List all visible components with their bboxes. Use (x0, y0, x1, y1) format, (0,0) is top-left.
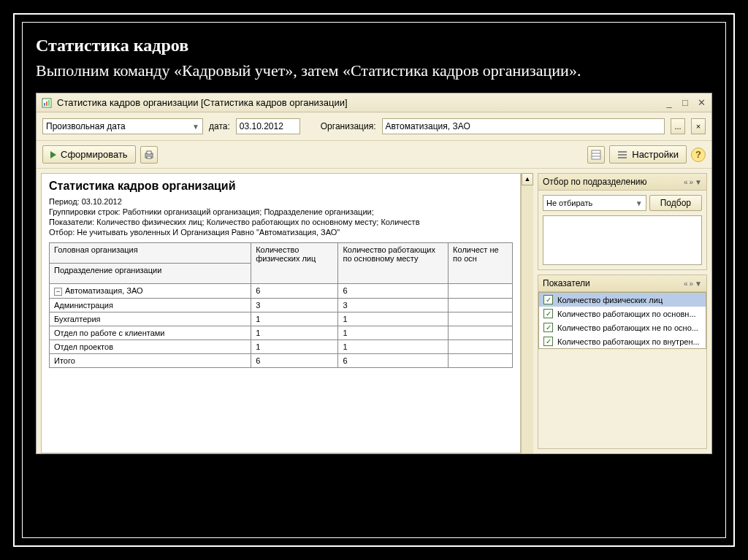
panel-prev-icon[interactable]: « (684, 280, 688, 288)
settings-button[interactable]: Настройки (609, 145, 687, 164)
close-button[interactable]: ✕ (695, 97, 707, 109)
panel-prev-icon[interactable]: « (684, 178, 688, 186)
report-pane: Статистика кадров организаций Период: 03… (41, 173, 521, 453)
table-row[interactable]: Отдел по работе с клиентами 1 1 (50, 326, 513, 340)
settings-icon (617, 150, 627, 160)
svg-rect-12 (618, 157, 627, 158)
report-grouping: Группировки строк: Работники организаций… (49, 207, 513, 216)
app-icon (41, 97, 53, 109)
table-total-row: Итого 6 6 (50, 354, 513, 368)
col-header-count2: Количество работающих по основному месту (338, 243, 449, 284)
table-row[interactable]: −Автоматизация, ЗАО 6 6 (50, 284, 513, 299)
report-indicators: Показатели: Количество физических лиц; К… (49, 218, 513, 226)
title-bar: Статистика кадров организации [Статистик… (37, 93, 711, 112)
org-clear-button[interactable]: × (691, 118, 706, 134)
report-period: Период: 03.10.2012 (49, 197, 513, 206)
period-mode-select[interactable]: Произвольная дата▼ (42, 118, 203, 134)
toolbar: Сформировать Настройки ? (37, 141, 711, 169)
chevron-down-icon: ▼ (192, 123, 199, 131)
report-filter: Отбор: Не учитывать уволенных И Организа… (49, 228, 513, 237)
checkbox-icon[interactable]: ✓ (543, 337, 553, 346)
parameters-bar: Произвольная дата▼ дата: 03.10.2012 Орга… (37, 112, 711, 141)
checkbox-icon[interactable]: ✓ (543, 295, 553, 304)
panel-collapse-icon[interactable]: ▼ (695, 178, 702, 186)
org-label: Организация: (321, 121, 376, 131)
svg-rect-1 (44, 103, 45, 106)
indicator-item[interactable]: ✓ Количество физических лиц (539, 293, 706, 307)
svg-rect-11 (618, 154, 627, 156)
scroll-up-icon[interactable]: ▲ (522, 173, 533, 185)
date-input[interactable]: 03.10.2012 (236, 118, 300, 134)
slide-title: Статистика кадров (36, 36, 712, 55)
filter-panel-header: Отбор по подразделению « » ▼ (538, 174, 706, 191)
indicator-item[interactable]: ✓ Количество работающих по внутрен... (539, 334, 706, 348)
checkbox-icon[interactable]: ✓ (543, 323, 553, 332)
window-title: Статистика кадров организации [Статистик… (57, 97, 663, 108)
svg-rect-5 (147, 151, 151, 154)
checkbox-icon[interactable]: ✓ (543, 309, 553, 318)
svg-rect-7 (592, 150, 600, 159)
minimize-button[interactable]: _ (663, 97, 675, 109)
indicator-item[interactable]: ✓ Количество работающих по основн... (539, 307, 706, 321)
col-header-dept: Подразделение организации (50, 264, 251, 284)
svg-rect-3 (48, 100, 50, 106)
indicators-list: ✓ Количество физических лиц ✓ Количество… (538, 292, 706, 349)
filter-list-area[interactable] (543, 215, 702, 265)
report-title: Статистика кадров организаций (49, 180, 513, 193)
filter-mode-select[interactable]: Не отбирать▼ (543, 195, 646, 211)
vertical-scrollbar[interactable]: ▲ (521, 173, 533, 453)
report-table: Головная организация Количество физическ… (49, 242, 513, 368)
svg-rect-6 (147, 156, 151, 158)
table-row[interactable]: Бухгалтерия 1 1 (50, 312, 513, 326)
slide-description: Выполним команду «Кадровый учет», затем … (36, 58, 712, 83)
col-header-org: Головная организация (50, 243, 251, 264)
generate-button[interactable]: Сформировать (42, 145, 136, 164)
print-button[interactable] (140, 146, 158, 164)
select-button[interactable]: Подбор (649, 195, 702, 211)
indicator-item[interactable]: ✓ Количество работающих не по осно... (539, 321, 706, 334)
maximize-button[interactable]: □ (679, 97, 691, 109)
indicators-panel-header: Показатели « » ▼ (538, 275, 706, 292)
organization-input[interactable]: Автоматизация, ЗАО (382, 118, 665, 134)
table-row[interactable]: Отдел проектов 1 1 (50, 340, 513, 354)
collapse-toggle[interactable]: − (54, 288, 62, 296)
col-header-count3: Количест не по осн (449, 243, 513, 284)
col-header-count1: Количество физических лиц (251, 243, 338, 284)
side-panel: Отбор по подразделению « » ▼ Не отбирать… (538, 173, 707, 453)
table-row[interactable]: Администрация 3 3 (50, 299, 513, 312)
app-window: Статистика кадров организации [Статистик… (36, 93, 712, 454)
date-label: дата: (209, 121, 230, 131)
table-view-button[interactable] (587, 146, 605, 164)
play-icon (50, 151, 56, 158)
svg-rect-2 (46, 101, 47, 106)
help-button[interactable]: ? (691, 147, 706, 162)
chevron-down-icon: ▼ (636, 199, 643, 207)
svg-rect-10 (618, 151, 627, 153)
panel-next-icon[interactable]: » (690, 178, 694, 186)
panel-collapse-icon[interactable]: ▼ (695, 280, 702, 288)
panel-next-icon[interactable]: » (690, 280, 694, 288)
org-select-button[interactable]: ... (671, 118, 685, 134)
